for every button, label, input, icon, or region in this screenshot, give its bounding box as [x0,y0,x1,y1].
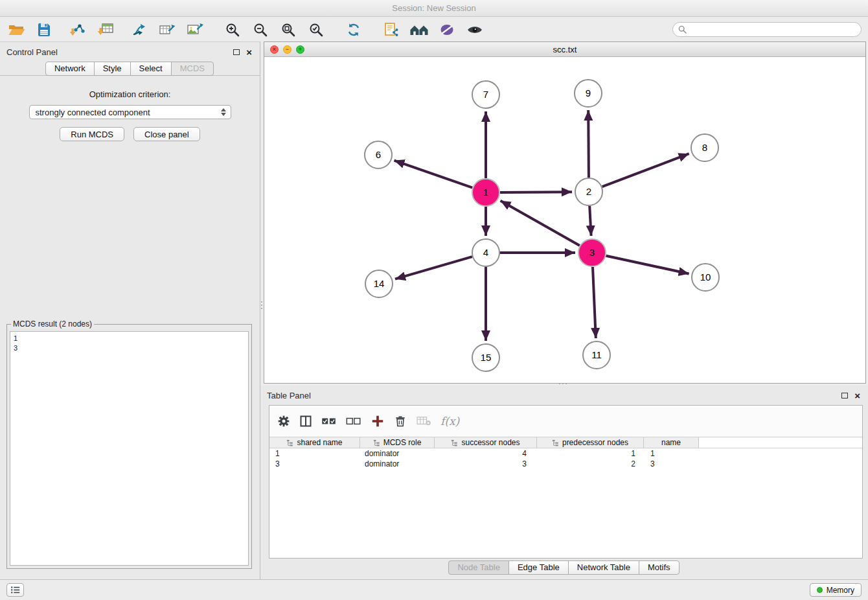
open-session-button[interactable] [5,20,27,40]
home-button[interactable] [408,20,430,40]
cell-mcds-role[interactable]: dominator [360,459,435,468]
memory-button[interactable]: Memory [810,583,862,597]
import-network-button[interactable] [67,20,89,40]
window-minimize-icon[interactable]: − [283,45,291,54]
save-floppy-icon [36,22,52,38]
close-table-panel-icon[interactable]: × [854,391,860,400]
deselect-all-columns-button[interactable] [346,416,361,426]
table-row[interactable]: 1 dominator 4 1 1 [269,448,862,459]
table-row[interactable]: 3 dominator 3 2 3 [269,459,862,469]
criterion-value: strongly connected component [36,108,218,117]
graph-node-10[interactable]: 10 [692,264,719,291]
graph-edge-2-8[interactable] [602,154,689,187]
network-table-button[interactable] [156,20,178,40]
global-search[interactable] [672,22,862,37]
graph-node-3[interactable]: 3 [578,239,606,266]
graph-node-2[interactable]: 2 [575,178,602,205]
table-container: f(x) shared name MCDS role [269,405,863,559]
close-panel-icon[interactable]: × [246,47,252,57]
graph-node-6[interactable]: 6 [365,141,392,168]
image-export-button[interactable] [184,20,206,40]
delete-table-button[interactable] [416,415,431,427]
zoom-fit-button[interactable] [277,20,299,40]
graph-edge-4-14[interactable] [395,257,472,279]
column-header-shared-name[interactable]: shared name [269,437,360,448]
paint-button[interactable] [436,20,458,40]
column-label: successor nodes [461,438,520,447]
refresh-layout-button[interactable] [343,20,365,40]
vertical-splitter[interactable] [260,297,263,314]
cell-shared-name[interactable]: 1 [269,449,360,458]
tab-mcds[interactable]: MCDS [171,62,214,76]
network-share-button[interactable] [128,20,150,40]
table-panel-header: Table Panel × [260,386,868,405]
graph-node-9[interactable]: 9 [575,80,602,107]
save-session-button[interactable] [33,20,55,40]
run-mcds-button[interactable]: Run MCDS [60,127,124,141]
graph-edge-3-11[interactable] [593,267,596,338]
cell-predecessor-nodes[interactable]: 1 [537,449,644,458]
window-zoom-icon[interactable]: + [296,45,304,54]
cell-shared-name[interactable]: 3 [269,459,360,468]
cell-name[interactable]: 3 [644,459,699,468]
cell-mcds-role[interactable]: dominator [360,449,435,458]
tab-edge-table[interactable]: Edge Table [508,560,569,575]
cell-name[interactable]: 1 [644,449,699,458]
graph-edge-3-1[interactable] [501,201,580,246]
float-table-panel-icon[interactable] [841,393,848,398]
graph-edge-1-2[interactable] [500,192,572,192]
cell-successor-nodes[interactable]: 3 [435,459,537,468]
graph-edge-3-10[interactable] [606,256,689,274]
column-header-mcds-role[interactable]: MCDS role [360,437,435,448]
graph-edge-2-9[interactable] [588,110,589,178]
image-export-icon [187,22,203,38]
zoom-out-button[interactable] [249,20,271,40]
network-canvas[interactable]: 7968124314101511 [264,57,865,383]
column-header-name[interactable]: name [644,437,699,448]
cell-successor-nodes[interactable]: 4 [435,449,537,458]
mcds-result-box[interactable]: 1 3 [10,331,249,566]
select-all-columns-button[interactable] [321,416,337,426]
horizontal-splitter[interactable] [554,382,571,385]
graph-edge-1-6[interactable] [394,161,473,188]
show-columns-button[interactable] [299,415,312,428]
table-settings-button[interactable] [277,415,290,428]
control-panel-title: Control Panel [6,47,227,57]
close-panel-button[interactable]: Close panel [133,127,200,141]
graph-node-15[interactable]: 15 [472,344,499,371]
window-close-icon[interactable]: × [270,45,279,54]
float-panel-icon[interactable] [233,49,240,55]
cell-predecessor-nodes[interactable]: 2 [537,459,644,468]
graph-edge-2-3[interactable] [589,206,591,236]
trash-icon [394,415,407,428]
tab-motifs[interactable]: Motifs [639,560,680,575]
graph-node-label: 9 [586,87,591,98]
graph-node-11[interactable]: 11 [583,341,610,369]
tab-select[interactable]: Select [130,62,172,76]
graph-node-8[interactable]: 8 [691,134,718,161]
graph-node-14[interactable]: 14 [365,270,393,297]
import-table-button[interactable] [95,20,117,40]
tab-network[interactable]: Network [45,62,95,76]
tab-network-table[interactable]: Network Table [568,560,639,575]
network-window-titlebar: × − + scc.txt [264,42,865,57]
zoom-in-button[interactable] [222,20,244,40]
delete-column-button[interactable] [394,415,407,428]
home-icon [409,22,429,38]
column-header-predecessor-nodes[interactable]: predecessor nodes [537,437,644,448]
add-column-button[interactable] [371,414,385,428]
function-builder-button[interactable]: f(x) [440,415,459,428]
zoom-selected-button[interactable] [305,20,327,40]
eye-button[interactable] [464,20,486,40]
column-header-successor-nodes[interactable]: successor nodes [435,437,537,448]
tab-style[interactable]: Style [94,62,131,76]
graph-node-4[interactable]: 4 [472,239,499,266]
criterion-dropdown[interactable]: strongly connected component [29,105,231,119]
doc-share-button[interactable] [380,20,402,40]
graph-node-1[interactable]: 1 [472,179,499,206]
task-history-button[interactable] [6,583,24,597]
graph-node-7[interactable]: 7 [472,81,499,108]
tab-node-table[interactable]: Node Table [448,560,509,575]
table-panel-title: Table Panel [267,391,835,400]
search-input[interactable] [690,25,856,34]
